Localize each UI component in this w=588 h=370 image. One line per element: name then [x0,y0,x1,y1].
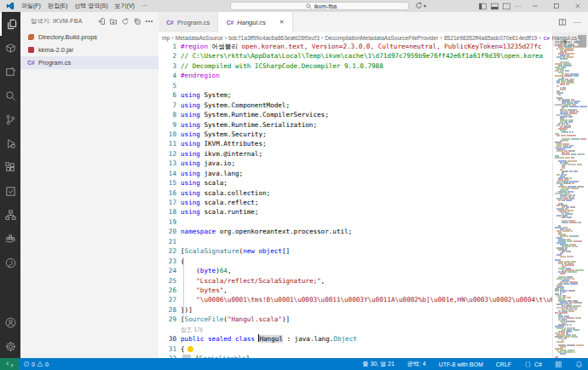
remote-indicator[interactable] [0,358,19,370]
editor-more-icon[interactable]: ··· [574,18,581,26]
menu-0[interactable]: 파일(F) [18,0,44,12]
line-number: 18 [159,207,176,217]
status-item-C#[interactable]: C# [524,361,542,368]
layout-sidebar-right-icon[interactable] [500,0,512,12]
code-editor[interactable]: 1#region 어셈블리 open.korean.text, Version=… [159,42,552,358]
code-line-13: 13using java.io; [159,159,552,168]
more-icon[interactable] [145,14,153,29]
breadcrumb-item[interactable]: mp [162,35,170,41]
codelens[interactable]: 참조 1개 [159,325,552,335]
line-number: 28 [159,305,176,315]
line-number: 24 [159,266,176,275]
search-icon[interactable] [0,84,20,107]
file-label: kkma-2.0.jar [38,46,73,54]
layout-control[interactable]: ▾ [415,2,426,9]
breadcrumb-separator: › [225,35,228,42]
command-center[interactable]: ikvm-fba [230,2,409,10]
settings-icon[interactable] [0,334,20,358]
file-item-Directory.Build.props[interactable]: Directory.Build.props [20,31,159,43]
menu-1[interactable]: 편집(E) [44,0,71,12]
org-chart-icon[interactable] [0,203,20,227]
tab-bar: C#Program.csC#Hangul.cs✕··· [159,12,588,32]
explorer-icon[interactable] [0,12,20,36]
code-line-20: 20namespace org.openkoreantext.processor… [159,227,552,236]
error-count: 0 [32,361,35,367]
split-editor-icon[interactable] [558,18,567,26]
editor-scrollbar[interactable] [583,32,588,358]
breadcrumb-separator: › [579,35,581,42]
code-line-28: 28})] [159,305,552,315]
new-file-icon[interactable] [97,14,106,29]
maximize-button[interactable] [545,0,567,12]
tab-Program.cs[interactable]: C#Program.cs [159,12,218,32]
code-line-24: 24 (byte)64, [159,266,552,275]
line-number: 30 [159,334,176,344]
warning-count: 0 [45,361,49,367]
breadcrumb-item[interactable]: 8521e98352ff4a65adc070e614edff19 [444,35,537,41]
layout-more-icon[interactable]: ··· [512,0,524,12]
refresh-icon[interactable] [121,14,130,29]
menu-bar: 파일(F)편집(E)선택 영역(S)보기(V)··· [18,0,151,12]
line-number: 17 [159,198,176,207]
code-line-10: 10using System.Security; [159,130,552,139]
csharp-file-icon: C# [27,59,35,66]
line-number: 2 [159,51,176,61]
line-number: 3 [159,61,176,71]
line-number: 11 [159,139,176,148]
tab-close-icon[interactable]: ✕ [280,19,285,26]
indent-guide [183,257,184,315]
minimize-button[interactable] [524,0,545,12]
docker-icon[interactable] [0,227,20,251]
breadcrumb-file[interactable]: C#Hangul.cs [543,34,577,42]
code-line-29: 29[SourceFile("Hangul.scala")] [159,315,552,324]
menu-2[interactable]: 선택 영역(S) [71,0,111,12]
account-icon[interactable] [0,310,20,334]
lightbulb-icon[interactable] [187,346,193,352]
file-item-Program.cs[interactable]: C#Program.cs [20,56,159,69]
remote-explorer-icon[interactable] [0,60,20,84]
run-debug-icon[interactable] [0,131,20,155]
code-line-18: 18using scala.runtime; [159,207,552,217]
breadcrumb-item[interactable]: MetadataAsSource [176,35,223,41]
search-icon [306,3,312,9]
explorer-actions [97,14,159,29]
refresh-icon [415,2,423,9]
file-list: Directory.Build.propskkma-2.0.jarC#Progr… [20,31,159,69]
source-control-icon[interactable] [0,107,20,131]
explorer-sidebar: 탐색기: IKVM-FBA Directory.Build.propskkma-… [20,12,159,358]
title-bar: 파일(F)편집(E)선택 영역(S)보기(V)··· ikvm-fba ▾ ··… [0,0,588,12]
github-icon[interactable] [0,251,20,275]
line-number: 7 [159,101,176,110]
new-folder-icon[interactable] [109,14,118,29]
status-item-bell[interactable] [575,361,583,368]
breadcrumb-item[interactable]: bdc71a3ff99c4ac6a863eafd28f0ecf3 [228,35,320,41]
layout-sidebar-left-icon[interactable] [476,0,488,12]
code-line-30: 30public sealed class Hangul : java.lang… [159,334,552,344]
status-item-줄 30, 열 21[interactable]: 줄 30, 열 21 [362,360,394,368]
line-number: 12 [159,149,176,159]
file-item-kkma-2.0.jar[interactable]: kkma-2.0.jar [20,43,159,56]
line-number: 20 [159,227,176,236]
file-label: Program.cs [38,59,71,66]
status-bar: 0 0 줄 30, 열 21공백: 4UTF-8 with BOMCRLFC# [0,358,588,370]
collapse-all-icon[interactable] [133,14,141,29]
status-item-feedback[interactable] [555,361,562,368]
extensions-icon[interactable] [0,155,20,179]
line-number: 26 [159,286,176,295]
tab-Hangul.cs[interactable]: C#Hangul.cs✕ [218,12,292,32]
layout-panel-icon[interactable] [488,0,500,12]
menu-3[interactable]: 보기(V) [112,0,138,12]
problems-status[interactable]: 0 0 [23,361,49,367]
menu-4[interactable]: ··· [138,0,151,12]
breadcrumb[interactable]: mp›MetadataAsSource›bdc71a3ff99c4ac6a863… [159,32,588,43]
status-item-공백: 4[interactable]: 공백: 4 [407,360,426,368]
test-icon[interactable] [0,179,20,203]
code-line-19: 19 [159,217,552,227]
status-item-UTF-8 with BOM[interactable]: UTF-8 with BOM [439,361,483,367]
status-item-CRLF[interactable]: CRLF [496,361,511,367]
package-icon[interactable] [0,36,20,60]
breadcrumb-separator: › [539,35,541,42]
breadcrumb-item[interactable]: DecompilationMetadataAsSourceFileProvide… [325,35,438,41]
close-button[interactable] [567,0,588,12]
csharp-file-icon: C# [166,19,174,26]
